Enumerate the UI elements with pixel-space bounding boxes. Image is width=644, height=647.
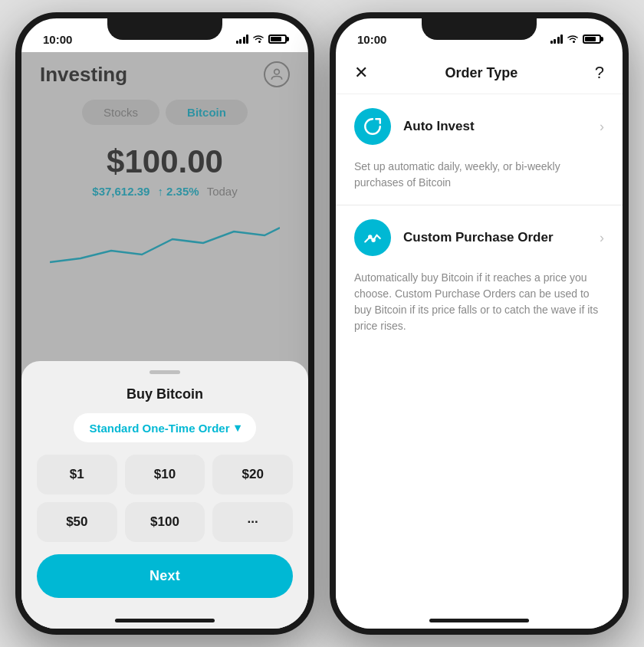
sheet-title: Buy Bitcoin [37,386,293,402]
header-title: Order Type [445,65,518,81]
next-button[interactable]: Next [37,554,293,598]
battery-icon [268,34,287,44]
signal-icon-right [550,34,564,44]
home-indicator-left [115,619,215,622]
order-type-header: ✕ Order Type ? [336,52,623,94]
amount-more[interactable]: ··· [212,502,293,542]
dropdown-chevron: ▾ [235,421,241,435]
amount-20[interactable]: $20 [212,455,293,494]
close-button[interactable]: ✕ [354,64,368,81]
svg-point-2 [372,239,374,241]
auto-invest-text: Auto Invest [403,119,600,134]
help-button[interactable]: ? [595,63,604,83]
left-screen: Investing Stocks Bitcoin $100.00 $37,612… [21,52,308,629]
custom-order-desc: Automatically buy Bitcoin if it reaches … [336,270,623,348]
sheet-handle [150,370,180,374]
signal-icon [236,34,249,44]
right-screen: ✕ Order Type ? Auto Invest › Set up auto… [336,52,623,629]
amount-100[interactable]: $100 [125,502,205,542]
amount-50[interactable]: $50 [37,502,117,542]
amount-10[interactable]: $10 [125,455,205,494]
status-icons-right [550,34,602,44]
svg-point-1 [369,235,371,238]
left-phone: 10:00 Investing [15,12,314,635]
battery-icon-right [583,34,601,44]
auto-invest-option[interactable]: Auto Invest › [336,94,623,159]
wifi-icon [252,34,264,44]
order-type-label: Standard One-Time Order [89,422,229,435]
time-right: 10:00 [357,33,386,46]
wifi-icon-right [567,34,579,44]
status-bar-left: 10:00 [21,18,308,52]
auto-invest-name: Auto Invest [403,119,600,134]
custom-order-chevron: › [600,230,604,246]
custom-order-name: Custom Purchase Order [403,230,600,245]
amount-grid: $1 $10 $20 $50 $100 ··· [37,455,293,542]
auto-invest-chevron: › [600,119,604,135]
custom-order-option[interactable]: Custom Purchase Order › [336,205,623,270]
right-phone: 10:00 ✕ Order Type ? [330,12,629,635]
auto-invest-icon [354,108,391,145]
status-icons-left [236,34,288,44]
amount-1[interactable]: $1 [37,455,117,494]
auto-invest-desc: Set up automatic daily, weekly, or bi-we… [336,159,623,205]
status-bar-right: 10:00 [336,18,623,52]
order-type-button[interactable]: Standard One-Time Order ▾ [74,413,255,442]
bottom-sheet: Buy Bitcoin Standard One-Time Order ▾ $1… [21,361,308,629]
time-left: 10:00 [43,33,72,46]
custom-order-text: Custom Purchase Order [403,230,600,245]
custom-order-icon [354,219,391,256]
home-indicator-right [429,619,529,622]
